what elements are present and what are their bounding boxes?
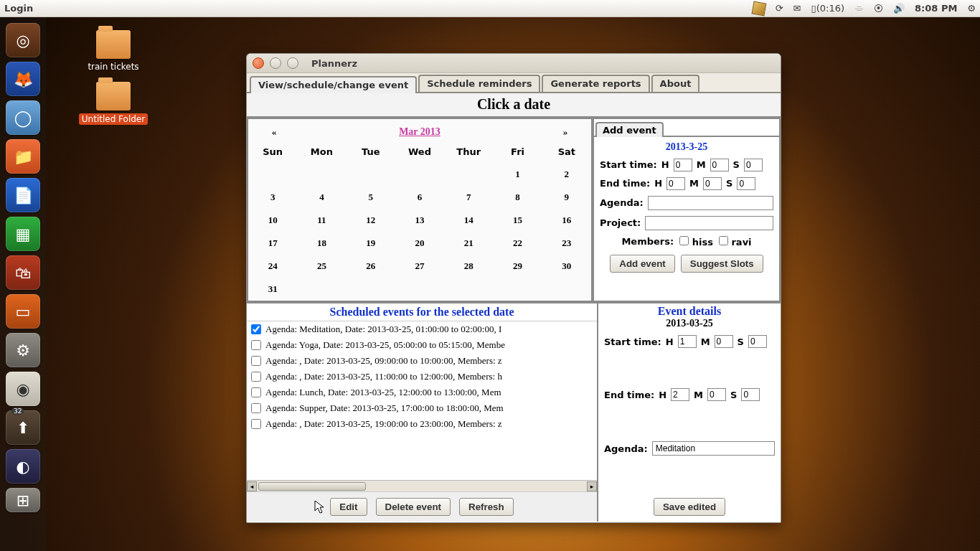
calendar-day[interactable]: 18	[297, 232, 346, 255]
calendar-day[interactable]: 30	[542, 255, 591, 278]
launcher-workspace[interactable]: ⊞	[6, 488, 40, 512]
launcher-updates[interactable]: 32⬆	[6, 410, 40, 445]
calendar-day[interactable]: 21	[444, 232, 493, 255]
launcher-chrome[interactable]: ◉	[6, 372, 40, 406]
event-row[interactable]: Agenda: , Date: 2013-03-25, 09:00:00 to …	[247, 353, 597, 369]
calendar-day[interactable]: 4	[297, 186, 346, 209]
scroll-left-icon[interactable]: ◂	[247, 481, 257, 491]
calendar-day[interactable]: 28	[444, 255, 493, 278]
network-sync-icon[interactable]: ⟳	[776, 3, 783, 14]
calendar-day[interactable]: 13	[395, 209, 444, 232]
details-start-sec[interactable]	[748, 335, 767, 348]
launcher-dash[interactable]: ◎	[6, 23, 40, 57]
event-checkbox[interactable]	[251, 340, 261, 350]
calendar-day[interactable]: 16	[542, 209, 591, 232]
desktop-folder-train-tickets[interactable]: train tickets	[77, 30, 149, 72]
launcher-chromium[interactable]: ◯	[6, 100, 40, 135]
window-minimize-icon[interactable]	[270, 57, 281, 69]
details-end-min[interactable]	[707, 388, 726, 401]
scroll-thumb[interactable]	[258, 482, 366, 491]
mail-icon[interactable]: ✉	[793, 3, 801, 14]
events-scrollbar[interactable]: ◂ ▸	[247, 480, 597, 491]
event-checkbox[interactable]	[251, 387, 261, 397]
tab-schedule-reminders[interactable]: Schedule reminders	[418, 75, 540, 92]
calendar-day[interactable]: 27	[395, 255, 444, 278]
launcher-settings[interactable]: ⚙	[6, 333, 40, 367]
details-start-hour[interactable]	[678, 335, 697, 348]
calendar-day[interactable]: 3	[248, 186, 297, 209]
delete-event-button[interactable]: Delete event	[376, 498, 451, 516]
scroll-right-icon[interactable]: ▸	[587, 481, 597, 491]
bluetooth-icon[interactable]: ⌯	[854, 3, 864, 14]
calendar-day[interactable]: 14	[444, 209, 493, 232]
calendar-day[interactable]: 9	[542, 186, 591, 209]
calendar-day[interactable]: 19	[347, 232, 395, 255]
member-hiss[interactable]: hiss	[679, 236, 713, 248]
launcher-files[interactable]: 📁	[6, 139, 40, 174]
calendar-prev[interactable]: «	[253, 126, 296, 138]
tab-generate-reports[interactable]: Generate reports	[542, 75, 649, 92]
details-end-hour[interactable]	[671, 388, 689, 401]
launcher-firefox[interactable]: 🦊	[6, 62, 40, 96]
calendar-day[interactable]: 29	[493, 255, 542, 278]
indicator-app-icon[interactable]	[751, 1, 766, 16]
session-cog-icon[interactable]: ⚙	[967, 3, 976, 14]
tab-about[interactable]: About	[651, 75, 700, 92]
event-row[interactable]: Agenda: , Date: 2013-03-25, 11:00:00 to …	[247, 369, 597, 385]
calendar-day[interactable]: 6	[395, 186, 444, 209]
event-checkbox[interactable]	[251, 403, 261, 413]
battery-icon[interactable]: ▯ (0:16)	[811, 3, 845, 14]
calendar-next[interactable]: »	[544, 126, 587, 138]
end-min-input[interactable]	[703, 177, 722, 190]
tab-view-schedule[interactable]: View/schedule/change event	[250, 76, 417, 93]
suggest-slots-button[interactable]: Suggest Slots	[681, 255, 763, 273]
project-input[interactable]	[645, 216, 773, 230]
calendar-day[interactable]: 25	[297, 255, 346, 278]
details-end-sec[interactable]	[741, 388, 760, 401]
event-checkbox[interactable]	[251, 324, 261, 334]
details-agenda-input[interactable]	[652, 441, 775, 456]
calendar-day[interactable]: 5	[347, 186, 395, 209]
volume-icon[interactable]: 🔊	[893, 3, 905, 14]
panel-app-menu[interactable]: Login	[4, 3, 33, 14]
calendar-day[interactable]: 20	[395, 232, 444, 255]
edit-button[interactable]: Edit	[330, 498, 367, 516]
calendar-day[interactable]: 24	[248, 255, 297, 278]
launcher-calc[interactable]: ▦	[6, 217, 40, 251]
calendar-day[interactable]: 12	[347, 209, 395, 232]
calendar-day[interactable]: 1	[493, 163, 542, 186]
clock[interactable]: 8:08 PM	[915, 3, 957, 14]
event-row[interactable]: Agenda: Yoga, Date: 2013-03-25, 05:00:00…	[247, 337, 597, 353]
window-titlebar[interactable]: Plannerz	[247, 54, 781, 73]
event-row[interactable]: Agenda: Meditation, Date: 2013-03-25, 01…	[247, 321, 597, 337]
event-row[interactable]: Agenda: Lunch, Date: 2013-03-25, 12:00:0…	[247, 385, 597, 400]
event-checkbox[interactable]	[251, 419, 261, 429]
start-sec-input[interactable]	[744, 159, 763, 171]
end-sec-input[interactable]	[737, 177, 755, 190]
calendar-day[interactable]: 7	[444, 186, 493, 209]
save-edited-button[interactable]: Save edited	[654, 498, 725, 516]
event-checkbox[interactable]	[251, 356, 261, 366]
refresh-button[interactable]: Refresh	[459, 498, 514, 516]
agenda-input[interactable]	[648, 196, 773, 210]
launcher-eclipse[interactable]: ◐	[6, 449, 40, 484]
launcher-impress[interactable]: ▭	[6, 294, 40, 329]
event-row[interactable]: Agenda: Supper, Date: 2013-03-25, 17:00:…	[247, 400, 597, 416]
details-start-min[interactable]	[715, 335, 733, 348]
calendar-day[interactable]: 22	[493, 232, 542, 255]
subtab-add-event[interactable]: Add event	[595, 122, 664, 137]
add-event-button[interactable]: Add event	[610, 255, 674, 273]
desktop-folder-untitled[interactable]: Untitled Folder	[77, 82, 149, 125]
calendar-day[interactable]: 15	[493, 209, 542, 232]
member-ravi[interactable]: ravi	[719, 236, 752, 248]
start-min-input[interactable]	[710, 159, 729, 171]
calendar-day[interactable]: 26	[347, 255, 395, 278]
launcher-writer[interactable]: 📄	[6, 178, 40, 212]
launcher-software[interactable]: 🛍	[6, 255, 40, 290]
calendar-day[interactable]: 8	[493, 186, 542, 209]
wifi-icon[interactable]: ⦿	[874, 3, 883, 14]
calendar-month-link[interactable]: Mar 2013	[296, 126, 544, 138]
calendar-day[interactable]: 2	[542, 163, 591, 186]
start-hour-input[interactable]	[674, 159, 692, 171]
calendar-day[interactable]: 31	[248, 278, 297, 301]
